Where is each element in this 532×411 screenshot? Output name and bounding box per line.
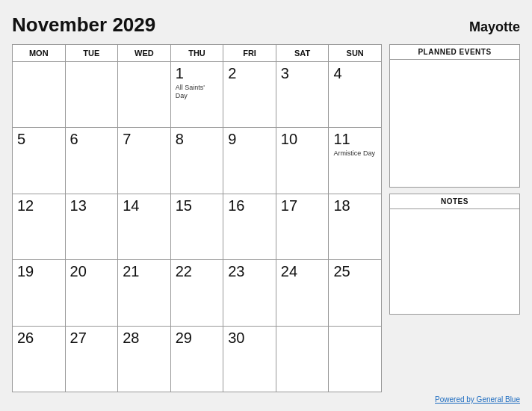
day-number: 16 [228, 197, 271, 214]
calendar-cell: 21 [118, 260, 171, 326]
calendar-cell: 14 [118, 194, 171, 259]
calendar-cell: 20 [65, 260, 118, 326]
day-number: 25 [333, 263, 377, 280]
day-number: 14 [123, 197, 166, 214]
calendar-section: MONTUEWEDTHUFRISATSUN 1All Saints' Day23… [12, 44, 382, 392]
region-title: Mayotte [469, 19, 520, 35]
calendar-cell: 12 [13, 194, 66, 259]
calendar-cell: 10 [276, 128, 329, 194]
powered-by-link[interactable]: Powered by General Blue [435, 395, 520, 404]
planned-events-box: PLANNED EVENTS [389, 44, 520, 188]
day-number: 30 [228, 330, 271, 347]
calendar-cell: 19 [13, 260, 66, 326]
calendar-cell: 3 [276, 62, 329, 128]
calendar-cell: 18 [329, 194, 382, 259]
holiday-label: All Saints' Day [176, 84, 219, 100]
calendar-cell [13, 62, 66, 128]
day-number: 24 [281, 263, 324, 280]
notes-box: NOTES [389, 194, 520, 315]
calendar-cell: 27 [65, 326, 118, 392]
day-of-week-header: WED [118, 45, 171, 62]
calendar-cell: 16 [223, 194, 276, 259]
notes-header: NOTES [390, 194, 519, 209]
calendar-cell [329, 326, 382, 392]
header: November 2029 Mayotte [12, 13, 520, 37]
notes-content [390, 209, 519, 314]
table-row: 2627282930 [13, 326, 382, 392]
sidebar: PLANNED EVENTS NOTES [389, 44, 520, 392]
calendar-cell: 25 [329, 260, 382, 326]
day-of-week-header: FRI [223, 45, 276, 62]
day-number: 13 [70, 197, 114, 214]
calendar-cell: 2 [223, 62, 276, 128]
day-number: 27 [70, 330, 114, 347]
day-number: 3 [281, 65, 324, 82]
day-of-week-header: MON [13, 45, 66, 62]
day-number: 9 [228, 131, 271, 148]
day-of-week-header: THU [170, 45, 223, 62]
day-number: 4 [333, 65, 377, 82]
table-row: 19202122232425 [13, 260, 382, 326]
day-number: 28 [123, 330, 166, 347]
day-number: 1 [176, 65, 219, 82]
day-number: 15 [176, 197, 219, 214]
day-number: 18 [333, 197, 377, 214]
day-number: 12 [17, 197, 61, 214]
day-number: 23 [228, 263, 271, 280]
day-number: 2 [228, 65, 271, 82]
calendar-cell [65, 62, 118, 128]
planned-events-header: PLANNED EVENTS [390, 45, 519, 60]
day-of-week-header: SUN [329, 45, 382, 62]
calendar-cell: 29 [170, 326, 223, 392]
day-of-week-header: SAT [276, 45, 329, 62]
calendar-cell [118, 62, 171, 128]
day-number: 29 [176, 330, 219, 347]
table-row: 567891011Armistice Day [13, 128, 382, 194]
calendar-cell: 30 [223, 326, 276, 392]
calendar-cell: 24 [276, 260, 329, 326]
calendar-table: MONTUEWEDTHUFRISATSUN 1All Saints' Day23… [12, 44, 382, 392]
calendar-cell: 4 [329, 62, 382, 128]
day-number: 19 [17, 263, 61, 280]
calendar-cell: 13 [65, 194, 118, 259]
table-row: 12131415161718 [13, 194, 382, 259]
footer: Powered by General Blue [12, 395, 520, 404]
page: November 2029 Mayotte MONTUEWEDTHUFRISAT… [0, 0, 532, 411]
calendar-cell: 28 [118, 326, 171, 392]
planned-events-content [390, 60, 519, 187]
calendar-cell [276, 326, 329, 392]
main-content: MONTUEWEDTHUFRISATSUN 1All Saints' Day23… [12, 44, 520, 392]
day-of-week-header: TUE [65, 45, 118, 62]
calendar-cell: 9 [223, 128, 276, 194]
calendar-cell: 15 [170, 194, 223, 259]
month-title: November 2029 [12, 13, 155, 37]
day-number: 20 [70, 263, 114, 280]
day-number: 26 [17, 330, 61, 347]
calendar-cell: 5 [13, 128, 66, 194]
calendar-cell: 11Armistice Day [329, 128, 382, 194]
calendar-cell: 17 [276, 194, 329, 259]
calendar-cell: 26 [13, 326, 66, 392]
day-number: 8 [176, 131, 219, 148]
calendar-cell: 8 [170, 128, 223, 194]
calendar-cell: 1All Saints' Day [170, 62, 223, 128]
day-number: 21 [123, 263, 166, 280]
calendar-cell: 22 [170, 260, 223, 326]
day-number: 17 [281, 197, 324, 214]
table-row: 1All Saints' Day234 [13, 62, 382, 128]
day-number: 11 [333, 131, 377, 148]
holiday-label: Armistice Day [333, 149, 377, 158]
day-number: 10 [281, 131, 324, 148]
calendar-cell: 7 [118, 128, 171, 194]
day-number: 7 [123, 131, 166, 148]
calendar-cell: 6 [65, 128, 118, 194]
calendar-cell: 23 [223, 260, 276, 326]
day-number: 22 [176, 263, 219, 280]
day-number: 5 [17, 131, 61, 148]
day-number: 6 [70, 131, 114, 148]
